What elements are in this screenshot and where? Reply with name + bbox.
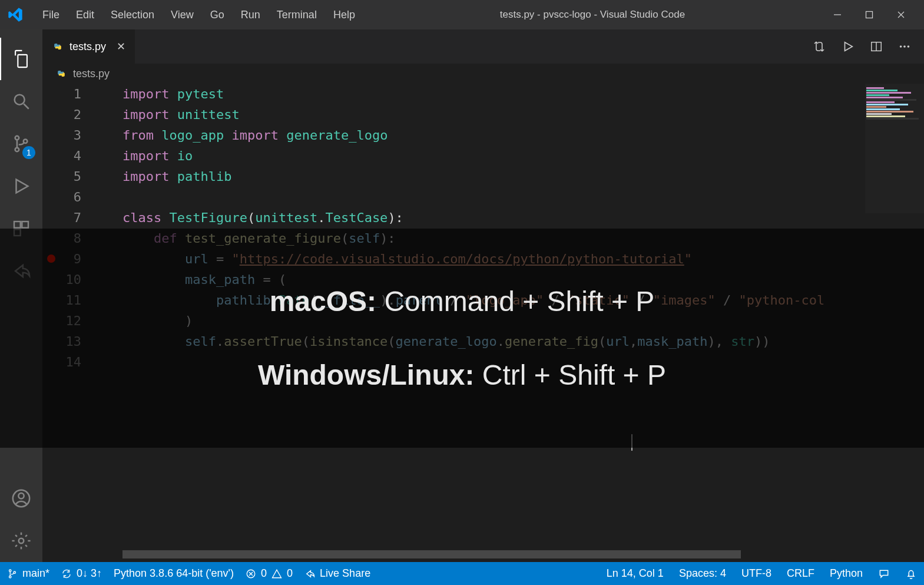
activity-search[interactable] — [0, 80, 42, 123]
svg-point-16 — [9, 576, 11, 577]
svg-point-12 — [900, 45, 902, 48]
vscode-logo-icon — [7, 6, 24, 23]
more-actions-icon[interactable] — [898, 40, 911, 53]
run-file-icon[interactable] — [842, 40, 855, 53]
status-interpreter[interactable]: Python 3.8.6 64-bit ('env') — [114, 567, 234, 580]
window-title: tests.py - pvscc-logo - Visual Studio Co… — [363, 9, 822, 21]
window-maximize-button[interactable] — [853, 3, 885, 27]
split-editor-icon[interactable] — [870, 40, 883, 53]
activity-source-control[interactable]: 1 — [0, 123, 42, 165]
svg-point-2 — [15, 136, 19, 140]
menu-selection[interactable]: Selection — [102, 5, 163, 25]
tab-filename: tests.py — [69, 41, 106, 53]
menu-terminal[interactable]: Terminal — [269, 5, 325, 25]
svg-point-1 — [15, 95, 25, 105]
compare-changes-icon[interactable] — [812, 39, 826, 54]
svg-point-13 — [903, 45, 906, 48]
menu-file[interactable]: File — [34, 5, 68, 25]
status-problems[interactable]: 0 0 — [246, 567, 293, 580]
menu-edit[interactable]: Edit — [68, 5, 102, 25]
svg-point-3 — [15, 148, 19, 152]
activity-run-debug[interactable] — [0, 165, 42, 207]
editor-tabs: tests.py ✕ — [42, 29, 924, 64]
svg-rect-6 — [22, 222, 28, 228]
activity-settings[interactable] — [0, 520, 42, 562]
status-encoding[interactable]: UTF-8 — [741, 567, 771, 580]
window-close-button[interactable] — [885, 3, 917, 27]
window-minimize-button[interactable] — [822, 3, 853, 27]
window-controls — [822, 3, 917, 27]
status-cursor[interactable]: Ln 14, Col 1 — [607, 567, 664, 580]
status-language[interactable]: Python — [830, 567, 863, 580]
breadcrumb-filename: tests.py — [73, 68, 110, 80]
editor-actions — [799, 29, 924, 64]
minimap[interactable] — [865, 84, 924, 213]
shortcut-overlay: macOS: Command + Shift + P Windows/Linux… — [0, 229, 924, 448]
status-liveshare[interactable]: Live Share — [304, 567, 370, 580]
status-branch[interactable]: main* — [7, 567, 49, 580]
scm-badge: 1 — [22, 146, 35, 159]
python-file-icon — [52, 41, 64, 52]
title-bar: File Edit Selection View Go Run Terminal… — [0, 0, 924, 29]
overlay-line-macos: macOS: Command + Shift + P — [270, 285, 655, 318]
status-eol[interactable]: CRLF — [787, 567, 814, 580]
activity-account[interactable] — [0, 477, 42, 520]
activity-explorer[interactable] — [0, 38, 42, 80]
svg-point-14 — [908, 45, 910, 48]
breadcrumb[interactable]: tests.py — [42, 64, 924, 84]
menu-bar: File Edit Selection View Go Run Terminal… — [34, 5, 363, 25]
status-bar: main* 0↓ 3↑ Python 3.8.6 64-bit ('env') … — [0, 562, 924, 585]
horizontal-scrollbar[interactable] — [122, 550, 741, 558]
status-bell-icon[interactable] — [905, 568, 917, 580]
svg-rect-5 — [14, 222, 21, 228]
svg-point-10 — [19, 538, 24, 544]
svg-point-9 — [18, 493, 24, 498]
svg-rect-0 — [866, 12, 873, 18]
status-spaces[interactable]: Spaces: 4 — [679, 567, 726, 580]
tab-close-button[interactable]: ✕ — [117, 40, 125, 53]
tab-tests-py[interactable]: tests.py ✕ — [42, 29, 135, 64]
status-sync[interactable]: 0↓ 3↑ — [61, 567, 102, 580]
python-file-icon — [55, 68, 67, 80]
svg-point-15 — [9, 570, 11, 571]
menu-go[interactable]: Go — [202, 5, 233, 25]
menu-run[interactable]: Run — [233, 5, 269, 25]
status-feedback-icon[interactable] — [878, 568, 890, 580]
menu-view[interactable]: View — [163, 5, 202, 25]
overlay-line-winlinux: Windows/Linux: Ctrl + Shift + P — [258, 359, 666, 391]
menu-help[interactable]: Help — [325, 5, 363, 25]
